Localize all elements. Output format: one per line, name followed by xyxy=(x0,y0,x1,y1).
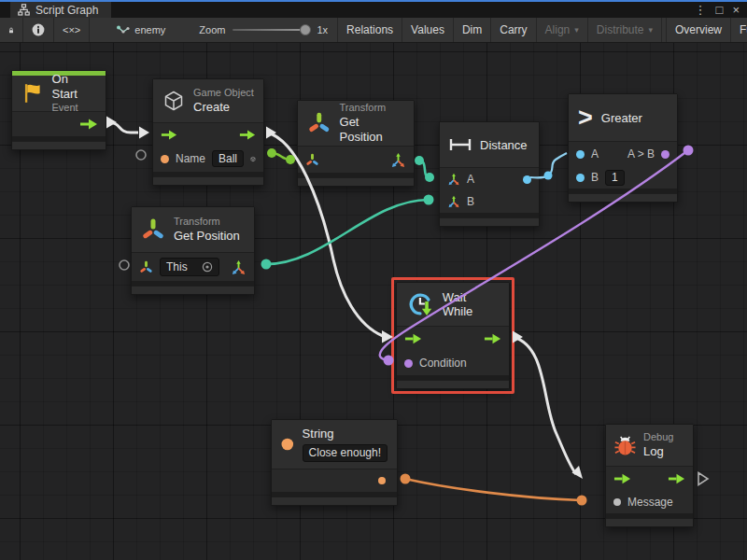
node-header: String Close enough! xyxy=(272,420,397,469)
name-value-field[interactable]: Ball xyxy=(212,150,244,167)
port-row: A xyxy=(440,168,539,190)
port-row xyxy=(298,147,414,173)
distribute-button[interactable]: Distribute ▾ xyxy=(588,18,662,42)
float-output-port[interactable] xyxy=(523,175,531,184)
node-get-position-top[interactable]: Transform Get Position xyxy=(297,100,415,187)
script-graph-icon xyxy=(18,4,30,16)
code-view-button[interactable]: <×> xyxy=(54,18,90,42)
node-distance[interactable]: Distance A xyxy=(439,121,540,227)
node-footer xyxy=(606,518,693,526)
string-value-field[interactable]: Close enough! xyxy=(303,444,388,462)
node-category: Game Object xyxy=(193,87,254,100)
port-row xyxy=(606,467,693,491)
script-graph-window: Script Graph ⋮ □ × <×> xyxy=(0,0,747,560)
cube-icon xyxy=(162,90,185,112)
info-icon xyxy=(32,23,45,36)
window-controls: ⋮ □ × xyxy=(695,2,747,18)
fullscreen-button[interactable]: Full Screen xyxy=(731,18,747,42)
flag-icon xyxy=(21,82,44,105)
float-input-port-a[interactable] xyxy=(576,150,585,159)
target-value-field[interactable]: This xyxy=(160,258,219,276)
vector3-output-port[interactable] xyxy=(231,259,247,275)
message-input-port[interactable] xyxy=(613,498,621,506)
graph-canvas[interactable]: On Start Event xyxy=(0,43,747,560)
vector3-output-port[interactable] xyxy=(390,152,406,168)
node-wait-while[interactable]: Wait While Condition xyxy=(396,282,510,389)
port-label: A xyxy=(467,173,474,186)
node-string-literal[interactable]: String Close enough! xyxy=(271,419,398,506)
port-row: Condition xyxy=(397,351,509,375)
vector3-input-port-a[interactable] xyxy=(447,173,460,186)
output-label: A > B xyxy=(627,147,655,161)
zoom-label: Zoom xyxy=(199,24,225,35)
graph-toolbar: <×> enemy Zoom 1x Relations Values D xyxy=(0,18,747,43)
zoom-slider[interactable] xyxy=(233,29,309,31)
node-header: Transform Get Position xyxy=(132,207,254,252)
relations-button[interactable]: Relations xyxy=(337,18,402,42)
node-header: Distance xyxy=(440,122,539,167)
chevron-down-icon: ▾ xyxy=(574,25,579,35)
node-debug-log[interactable]: Debug Log Message xyxy=(605,424,694,527)
port-row xyxy=(397,327,509,351)
string-input-port[interactable] xyxy=(161,155,169,163)
transform-icon xyxy=(141,217,165,242)
node-title: On Start xyxy=(52,72,96,103)
dim-button[interactable]: Dim xyxy=(454,18,491,42)
port-row: This xyxy=(132,253,254,281)
node-greater[interactable]: > Greater A A > B B 1 xyxy=(568,93,678,203)
node-on-start[interactable]: On Start Event xyxy=(11,70,106,150)
flow-input-port[interactable] xyxy=(404,333,422,344)
bool-condition-input-port[interactable] xyxy=(404,359,413,368)
code-icon: <×> xyxy=(63,24,80,35)
flow-output-port[interactable] xyxy=(79,119,98,130)
flow-output-port[interactable] xyxy=(239,130,256,140)
port-label: B xyxy=(467,195,474,208)
bool-output-port[interactable] xyxy=(661,150,669,159)
port-label: Condition xyxy=(419,357,467,370)
flow-output-port[interactable] xyxy=(668,473,685,484)
node-category: Transform xyxy=(174,216,240,229)
wait-clock-icon xyxy=(406,290,434,318)
game-object-output-port[interactable] xyxy=(250,152,256,166)
vector3-input-port-b[interactable] xyxy=(447,195,460,208)
overview-button[interactable]: Overview xyxy=(666,18,731,42)
lock-icon xyxy=(8,24,14,36)
b-value-field[interactable]: 1 xyxy=(605,170,625,186)
zoom-control: Zoom 1x xyxy=(175,18,337,42)
node-header: Debug Log xyxy=(606,425,693,466)
window-menu-icon[interactable]: ⋮ xyxy=(695,3,707,17)
port-row xyxy=(12,112,106,136)
tab-script-graph[interactable]: Script Graph xyxy=(10,2,111,18)
node-create-game-object[interactable]: Game Object Create Name Ba xyxy=(152,78,264,186)
string-output-port[interactable] xyxy=(378,477,386,484)
node-title: Greater xyxy=(601,111,642,125)
port-row xyxy=(272,469,397,492)
transform-input-port[interactable] xyxy=(139,260,153,274)
node-footer xyxy=(12,141,106,149)
float-input-port-b[interactable] xyxy=(576,174,585,182)
flow-input-port[interactable] xyxy=(613,473,631,484)
node-footer xyxy=(440,217,539,226)
node-get-position-bottom[interactable]: Transform Get Position This xyxy=(131,206,255,295)
node-title: String xyxy=(303,427,388,441)
object-picker-icon[interactable] xyxy=(202,261,213,273)
greater-icon: > xyxy=(578,105,593,131)
port-row: Name Ball xyxy=(153,146,263,172)
graph-icon xyxy=(116,24,130,36)
align-button[interactable]: Align ▾ xyxy=(537,18,588,42)
node-title: Create xyxy=(193,100,254,115)
node-header: Wait While xyxy=(397,283,509,326)
values-button[interactable]: Values xyxy=(402,18,454,42)
node-category: Transform xyxy=(340,102,404,115)
flow-output-port[interactable] xyxy=(484,333,501,344)
transform-input-port[interactable] xyxy=(305,153,319,167)
graph-breadcrumb[interactable]: enemy xyxy=(106,18,175,42)
flow-input-port[interactable] xyxy=(161,130,177,140)
close-icon[interactable]: × xyxy=(732,3,740,17)
carry-button[interactable]: Carry xyxy=(491,18,536,42)
port-row: B xyxy=(440,190,539,213)
zoom-slider-handle[interactable] xyxy=(300,24,311,35)
lock-button[interactable] xyxy=(0,18,23,42)
info-button[interactable] xyxy=(23,18,54,42)
maximize-icon[interactable]: □ xyxy=(716,3,724,17)
